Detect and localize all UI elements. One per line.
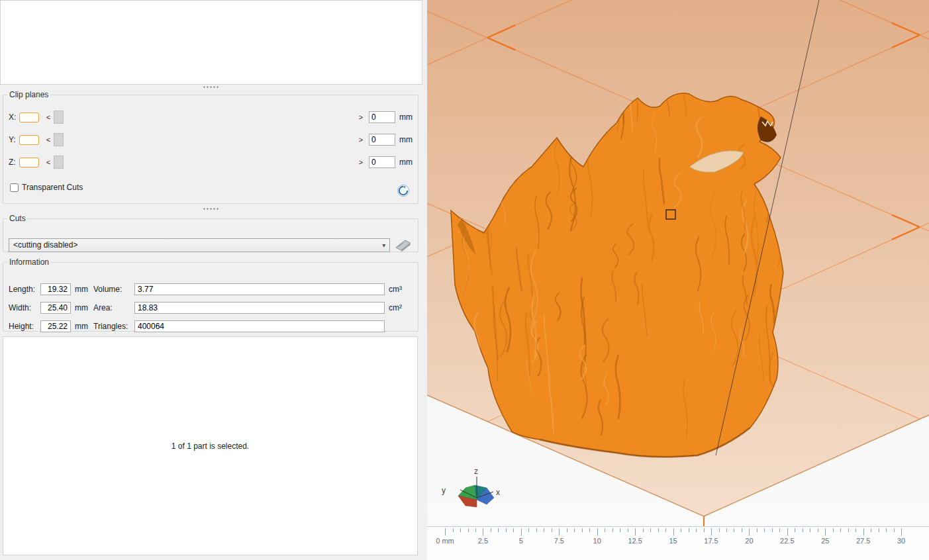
ruler-tick xyxy=(453,528,454,532)
reset-clip-icon[interactable] xyxy=(397,184,410,197)
z-axis-label: z xyxy=(474,467,478,476)
ruler-tick xyxy=(445,528,446,536)
clip-planes-group: Clip planes X: < > mm Y: < > mm Z: xyxy=(3,90,418,204)
clip-plane-toggle-x[interactable] xyxy=(19,113,39,122)
ruler-tick xyxy=(483,528,483,536)
ruler-tick xyxy=(612,528,613,532)
slider-step-left-icon[interactable]: < xyxy=(44,113,52,121)
clip-slider-track-x[interactable] xyxy=(54,111,356,124)
clip-slider-row-y: Y: < > mm xyxy=(9,132,413,147)
slider-step-right-icon[interactable]: > xyxy=(357,158,365,166)
ruler-tick xyxy=(681,528,681,532)
clip-slider-thumb-y[interactable] xyxy=(54,133,64,146)
cutting-tool-icon[interactable] xyxy=(394,238,413,252)
clip-plane-toggle-z[interactable] xyxy=(19,158,39,167)
left-panel: Clip planes X: < > mm Y: < > mm Z: xyxy=(0,0,427,560)
ruler-tick-label: 22.5 xyxy=(780,537,794,545)
length-value-field[interactable] xyxy=(40,283,71,295)
cuts-group: Cuts <cutting disabled> ▾ xyxy=(3,214,418,252)
selection-status-text: 1 of 1 part is selected. xyxy=(171,442,249,451)
clip-unit-x: mm xyxy=(399,113,413,122)
ruler-tick xyxy=(879,528,879,532)
ruler-tick xyxy=(886,528,887,532)
ruler-tick xyxy=(772,528,773,532)
ruler-tick xyxy=(787,528,788,536)
clip-slider-track-y[interactable] xyxy=(54,133,356,146)
ruler: 0 mm2.557.51012.51517.52022.52527.530 xyxy=(427,526,929,560)
ruler-tick xyxy=(779,528,780,532)
ruler-tick xyxy=(521,528,522,536)
width-unit: mm xyxy=(75,303,93,312)
clip-unit-z: mm xyxy=(399,158,413,167)
selection-status-panel: 1 of 1 part is selected. xyxy=(3,336,418,555)
y-axis-label: y xyxy=(442,486,446,495)
ruler-tick-label: 5 xyxy=(519,537,523,545)
ruler-tick-label: 30 xyxy=(897,537,905,545)
ruler-tick-label: 2.5 xyxy=(478,537,488,545)
clip-value-input-z[interactable] xyxy=(369,156,395,168)
volume-value-field[interactable] xyxy=(134,283,385,295)
ruler-tick xyxy=(567,528,567,532)
ruler-tick xyxy=(460,528,461,532)
ruler-tick xyxy=(871,528,871,532)
ruler-tick xyxy=(491,528,491,532)
splitter-handle-top[interactable] xyxy=(0,85,422,89)
app-window: Clip planes X: < > mm Y: < > mm Z: xyxy=(0,0,929,560)
scene-3d[interactable]: z x y xyxy=(427,0,929,560)
viewport-3d[interactable]: z x y 0 mm2.557.51012.51517.52022.52527.… xyxy=(427,0,929,560)
ruler-tick-label: 0 mm xyxy=(436,537,454,545)
area-value-field[interactable] xyxy=(134,302,385,314)
clip-value-input-x[interactable] xyxy=(369,111,395,123)
ruler-tick xyxy=(665,528,666,532)
ruler-tick-label: 10 xyxy=(593,537,601,545)
clip-slider-track-z[interactable] xyxy=(54,156,356,169)
clip-axis-label-z: Z: xyxy=(9,158,19,167)
ruler-tick xyxy=(689,528,689,532)
slider-step-right-icon[interactable]: > xyxy=(357,136,365,144)
height-value-field[interactable] xyxy=(40,320,71,332)
ruler-tick xyxy=(475,528,476,532)
ruler-tick xyxy=(848,528,849,532)
clip-slider-thumb-x[interactable] xyxy=(54,111,64,124)
ruler-tick xyxy=(840,528,841,532)
clip-plane-toggle-y[interactable] xyxy=(19,135,39,145)
cutting-mode-dropdown[interactable]: <cutting disabled> ▾ xyxy=(9,238,390,252)
info-row-width-area: Width: mm Area: cm² xyxy=(9,301,409,314)
ruler-tick xyxy=(506,528,507,532)
splitter-handle-middle[interactable] xyxy=(0,207,422,211)
ruler-tick xyxy=(574,528,575,532)
ruler-tick xyxy=(742,528,742,532)
clip-slider-row-x: X: < > mm xyxy=(9,110,413,124)
cuts-row: <cutting disabled> ▾ xyxy=(9,238,413,252)
width-value-field[interactable] xyxy=(40,302,71,314)
ruler-tick xyxy=(528,528,529,532)
clip-slider-thumb-z[interactable] xyxy=(54,156,64,169)
ruler-tick-label: 12.5 xyxy=(628,537,642,545)
cuts-title: Cuts xyxy=(7,214,28,223)
volume-label: Volume: xyxy=(93,285,134,294)
ruler-tick xyxy=(552,528,552,532)
triangles-value-field[interactable] xyxy=(134,320,385,332)
slider-step-left-icon[interactable]: < xyxy=(44,158,52,166)
ruler-tick xyxy=(764,528,765,532)
slider-step-right-icon[interactable]: > xyxy=(357,113,365,121)
ruler-tick xyxy=(833,528,834,532)
parts-list-panel[interactable] xyxy=(0,0,422,85)
ruler-tick xyxy=(513,528,514,532)
ruler-tick xyxy=(734,528,734,532)
area-label: Area: xyxy=(93,303,134,312)
transparent-cuts-checkbox[interactable] xyxy=(10,183,19,192)
ruler-tick xyxy=(696,528,697,532)
ruler-tick xyxy=(818,528,818,532)
ruler-tick xyxy=(704,528,705,532)
information-title: Information xyxy=(7,257,51,267)
ruler-tick xyxy=(605,528,605,532)
clip-axis-label-y: Y: xyxy=(9,135,19,144)
ruler-tick xyxy=(650,528,651,532)
clip-value-input-y[interactable] xyxy=(369,134,395,146)
splitter-dots-icon xyxy=(203,86,220,88)
height-label: Height: xyxy=(9,322,40,331)
length-unit: mm xyxy=(75,285,93,294)
slider-step-left-icon[interactable]: < xyxy=(44,136,52,144)
splitter-dots-icon xyxy=(203,208,220,210)
